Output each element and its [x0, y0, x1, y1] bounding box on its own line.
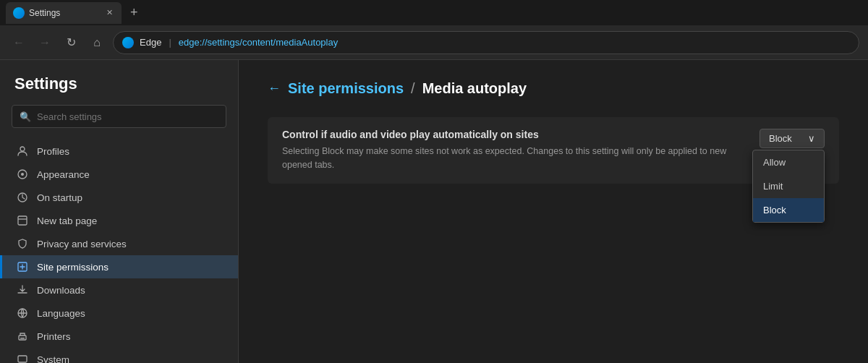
sidebar-item-site-permissions[interactable]: Site permissions	[0, 255, 238, 278]
address-settings-text: edge://settings/content/mediaAutoplay	[179, 37, 338, 48]
startup-icon	[17, 192, 28, 203]
refresh-button[interactable]: ↻	[61, 33, 81, 53]
privacy-icon	[17, 238, 28, 249]
search-input[interactable]	[37, 111, 218, 122]
svg-point-2	[21, 173, 24, 176]
svg-rect-9	[18, 356, 27, 362]
dropdown-option-allow[interactable]: Allow	[753, 150, 824, 174]
downloads-icon	[17, 284, 28, 296]
search-box[interactable]: 🔍	[12, 105, 226, 128]
svg-rect-8	[20, 338, 25, 339]
address-separator: |	[169, 37, 171, 48]
settings-tab[interactable]: Settings ✕	[6, 2, 122, 24]
address-settings-keyword: settings	[208, 37, 240, 48]
tab-close-button[interactable]: ✕	[105, 7, 114, 19]
svg-point-0	[20, 147, 25, 151]
dropdown-menu: Allow Limit Block	[752, 150, 825, 223]
profiles-icon	[17, 145, 28, 157]
sidebar-item-system[interactable]: System	[0, 348, 238, 363]
svg-rect-4	[18, 216, 27, 225]
setting-title: Control if audio and video play automati…	[282, 129, 745, 140]
address-path: /content/mediaAutoplay	[239, 37, 338, 48]
dropdown-option-limit[interactable]: Limit	[753, 174, 824, 198]
newtab-icon	[17, 215, 28, 226]
dropdown-option-block[interactable]: Block	[753, 198, 824, 222]
sidebar-item-printers[interactable]: Printers	[0, 325, 238, 348]
sidebar-item-profiles[interactable]: Profiles	[0, 140, 238, 163]
sidebar-item-languages[interactable]: Languages	[0, 302, 238, 325]
tab-title: Settings	[29, 8, 101, 18]
dropdown-selected-label: Block	[769, 133, 792, 144]
breadcrumb-separator: /	[411, 80, 415, 97]
sidebar-item-printers-label: Printers	[37, 331, 71, 342]
sidebar-item-newtab[interactable]: New tab page	[0, 209, 238, 232]
navbar: ← → ↻ ⌂ Edge | edge://settings/content/m…	[0, 25, 868, 60]
address-domain: Edge	[140, 37, 161, 48]
autoplay-dropdown-wrapper: Block ∨ Allow Limit Block	[760, 129, 825, 148]
home-button[interactable]: ⌂	[87, 33, 107, 53]
breadcrumb-current: Media autoplay	[422, 80, 527, 97]
sidebar-item-privacy-label: Privacy and services	[37, 239, 127, 249]
site-permissions-icon	[17, 261, 28, 273]
sidebar-item-system-label: System	[37, 354, 69, 364]
sidebar: Settings 🔍 Profiles Appearance On startu…	[0, 60, 239, 363]
dropdown-chevron-icon: ∨	[808, 133, 815, 144]
printers-icon	[17, 330, 28, 342]
sidebar-item-profiles-label: Profiles	[37, 146, 69, 157]
appearance-icon	[17, 168, 28, 180]
forward-button[interactable]: →	[35, 33, 55, 53]
breadcrumb-back-button[interactable]: ←	[268, 81, 281, 96]
main-layout: Settings 🔍 Profiles Appearance On startu…	[0, 60, 868, 363]
sidebar-item-downloads[interactable]: Downloads	[0, 278, 238, 302]
sidebar-item-site-permissions-label: Site permissions	[37, 262, 109, 273]
system-icon	[17, 354, 28, 363]
sidebar-item-newtab-label: New tab page	[37, 215, 97, 226]
titlebar: Settings ✕ +	[0, 0, 868, 25]
setting-description: Selecting Block may make some sites not …	[282, 145, 745, 172]
setting-text: Control if audio and video play automati…	[282, 129, 745, 172]
sidebar-item-startup-label: On startup	[37, 192, 82, 203]
sidebar-item-startup[interactable]: On startup	[0, 186, 238, 209]
sidebar-item-appearance-label: Appearance	[37, 169, 90, 180]
breadcrumb: ← Site permissions / Media autoplay	[268, 80, 839, 97]
new-tab-button[interactable]: +	[130, 5, 138, 20]
breadcrumb-link[interactable]: Site permissions	[288, 80, 404, 97]
search-icon: 🔍	[20, 111, 31, 122]
sidebar-item-languages-label: Languages	[37, 308, 85, 319]
back-button[interactable]: ←	[9, 33, 29, 53]
edge-logo	[122, 37, 134, 48]
sidebar-title: Settings	[0, 74, 238, 105]
tab-favicon	[13, 7, 25, 19]
content-area: ← Site permissions / Media autoplay Cont…	[239, 60, 868, 363]
sidebar-item-appearance[interactable]: Appearance	[0, 163, 238, 186]
setting-section: Control if audio and video play automati…	[268, 117, 839, 184]
sidebar-item-downloads-label: Downloads	[37, 285, 85, 296]
autoplay-dropdown-button[interactable]: Block ∨	[760, 129, 825, 148]
languages-icon	[17, 307, 28, 319]
address-bar[interactable]: Edge | edge://settings/content/mediaAuto…	[113, 31, 859, 54]
sidebar-item-privacy[interactable]: Privacy and services	[0, 232, 238, 255]
